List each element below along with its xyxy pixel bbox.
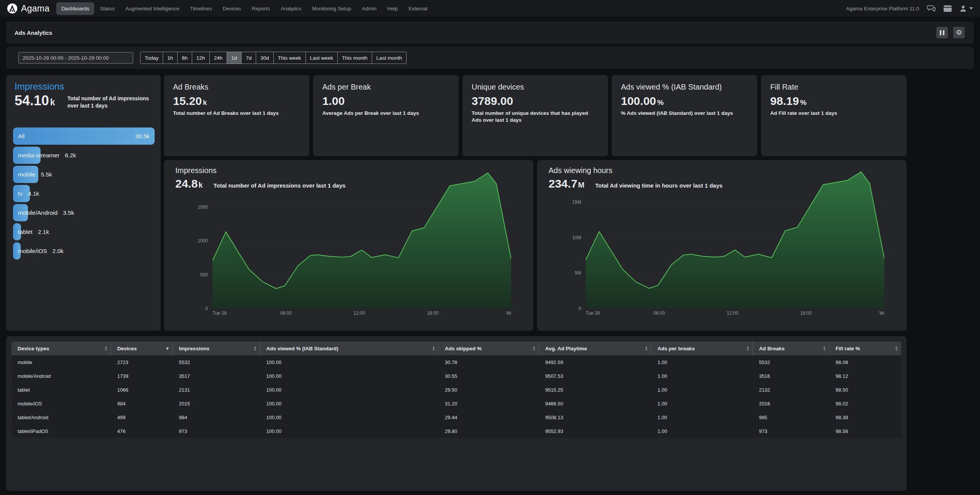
time-range-button-1d[interactable]: 1d (227, 52, 242, 64)
nav-item-timelines[interactable]: Timelines (185, 2, 217, 15)
time-range-button-6h[interactable]: 6h (178, 52, 192, 64)
nav-item-monitoring-setup[interactable]: Monitoring Setup (307, 2, 356, 15)
nav-item-dashboards[interactable]: Dashboards (56, 2, 94, 15)
time-range-button-last-month[interactable]: Last month (372, 52, 407, 64)
impressions-panel-unit: k (50, 97, 55, 108)
table-cell: 1.00 (651, 355, 753, 369)
time-range-button-30d[interactable]: 30d (256, 52, 274, 64)
time-range-button-last-week[interactable]: Last week (306, 52, 338, 64)
title-bar: Ads Analytics ⚙ (6, 21, 974, 44)
time-range-button-24h[interactable]: 24h (210, 52, 227, 64)
device-bar-media-streamer[interactable]: media-streamer6.2k (13, 147, 155, 164)
table-row-mobile-ios[interactable]: mobile/iOS9842015100.0031.209466.501.002… (11, 397, 901, 410)
sort-down-icon: ▾ (645, 348, 647, 351)
device-bar-mobile[interactable]: mobile5.5k (13, 166, 155, 183)
table-row-tablet-ipados[interactable]: tablet/iPadOS476973100.0029.809552.931.0… (11, 424, 901, 438)
chart-panel-impressions: Impressions24.8kTotal number of Ad impre… (164, 160, 533, 331)
x-axis-tick: Tue 28 (212, 310, 227, 316)
nav-right: Agama Enterprise Platform 11.0 (846, 5, 973, 12)
table-cell: 29.80 (439, 424, 539, 438)
table-cell: 98.56 (830, 424, 901, 438)
time-range-button-this-week[interactable]: This week (274, 52, 306, 64)
chat-icon[interactable] (927, 5, 936, 12)
page-title: Ads Analytics (15, 29, 52, 36)
sort-icon: ▴▾ (105, 346, 107, 351)
column-header-label: Ad Breaks (759, 346, 785, 351)
time-range-button-12h[interactable]: 12h (192, 52, 210, 64)
column-header-ads-per-breaks[interactable]: Ads per breaks▴▾ (651, 341, 753, 355)
nav-menu: DashboardsStatusAugmented IntelligenceTi… (56, 2, 432, 15)
time-range-button-this-month[interactable]: This month (338, 52, 372, 64)
settings-button[interactable]: ⚙ (953, 27, 965, 38)
pause-icon (940, 30, 944, 35)
table-cell: 29.44 (439, 410, 539, 424)
table-row-mobile-android[interactable]: mobile/Android17393517100.0030.559507.53… (11, 369, 901, 383)
nav-item-external[interactable]: External (403, 2, 433, 15)
brand-name: Agama (21, 3, 49, 14)
x-axis-tick: 18:00 (427, 310, 438, 316)
column-header-devices[interactable]: Devices▾ (111, 341, 173, 355)
table-row-tablet-android[interactable]: tablet/Android499984100.0029.449508.131.… (11, 410, 901, 424)
bar-text: media-streamer6.2k (18, 147, 76, 164)
column-header-label: Impressions (179, 346, 209, 351)
pause-button[interactable] (936, 27, 948, 38)
column-header-ad-breaks[interactable]: Ad Breaks▴▾ (753, 341, 830, 355)
nav-item-help[interactable]: Help (382, 2, 403, 15)
bar-value: 30.5k (135, 127, 150, 145)
table-cell: tablet/iPadOS (11, 424, 111, 438)
brand[interactable]: Agama (7, 3, 49, 14)
nav-item-status[interactable]: Status (95, 2, 119, 15)
sort-down-icon: ▾ (254, 348, 256, 351)
date-range-input[interactable] (18, 52, 133, 64)
nav-item-augmented-intelligence[interactable]: Augmented Intelligence (120, 2, 184, 15)
column-header-ads-viewed-iab-standard[interactable]: Ads viewed % (IAB Standard)▴▾ (260, 341, 439, 355)
table-row-mobile[interactable]: mobile27235532100.0030.789492.591.005532… (11, 355, 901, 369)
device-bar-tablet[interactable]: tablet2.1k (13, 223, 155, 240)
time-range-button-today[interactable]: Today (140, 52, 163, 64)
bar-label: tv (18, 190, 23, 197)
table-cell: 31.20 (439, 397, 539, 410)
sort-icon: ▴▾ (254, 346, 256, 351)
kpi-row: Ad Breaks15.20kTotal number of Ad Breaks… (164, 75, 906, 156)
chart-panel-ads-wiewing-hours: Ads wiewing hours234.7MTotal Ad viewing … (537, 160, 906, 331)
column-header-device-types[interactable]: Device types▴▾ (11, 341, 111, 355)
table-cell: 100.00 (260, 369, 439, 383)
time-range-button-1h[interactable]: 1h (163, 52, 178, 64)
device-bar-mobile-android[interactable]: mobile/Android3.5k (13, 204, 155, 221)
sort-icon: ▴▾ (433, 346, 434, 351)
nav-item-admin[interactable]: Admin (357, 2, 381, 15)
kpi-card-fill-rate: Fill Rate98.19%Ad Fill rate over last 1 … (761, 75, 906, 156)
nav-item-reports[interactable]: Reports (247, 2, 275, 15)
device-bar-all[interactable]: All30.5k (13, 127, 155, 145)
sort-desc-icon: ▾ (166, 346, 168, 351)
sort-down-icon: ▾ (823, 348, 825, 351)
table-cell: 973 (173, 424, 260, 438)
device-bar-mobile-ios[interactable]: mobile/iOS2.0k (13, 242, 155, 260)
kpi-description: Total number of unique devices that has … (472, 110, 599, 124)
column-header-label: Avg. Ad Playtime (545, 346, 587, 351)
kpi-description: Total number of Ad Breaks over last 1 da… (173, 110, 300, 117)
column-header-avg-ad-playtime[interactable]: Avg. Ad Playtime▴▾ (539, 341, 651, 355)
time-range-button-7d[interactable]: 7d (242, 52, 256, 64)
x-axis-tick: Tue 28 (586, 310, 600, 316)
bar-value: 3.5k (63, 209, 74, 216)
column-header-ads-skipped[interactable]: Ads skipped %▴▾ (439, 341, 539, 355)
card-icon[interactable] (944, 5, 952, 12)
column-header-impressions[interactable]: Impressions▴▾ (173, 341, 260, 355)
bar-label: All (18, 133, 24, 140)
device-bar-tv[interactable]: tv4.1k (13, 185, 155, 202)
sort-icon: ▴▾ (895, 346, 897, 351)
chart-description: Total number of Ad impressions over last… (214, 182, 346, 189)
bar-label: media-streamer (18, 152, 60, 159)
bar-label: tablet (18, 229, 33, 235)
table-cell: 973 (753, 424, 830, 438)
user-menu[interactable] (959, 5, 973, 12)
column-header-fill-rate[interactable]: Fill rate %▴▾ (830, 341, 901, 355)
table-cell: 30.55 (439, 369, 539, 383)
table-header-row: Device types▴▾Devices▾Impressions▴▾Ads v… (11, 341, 901, 355)
table-row-tablet[interactable]: tablet10662131100.0029.509515.251.002132… (11, 383, 901, 397)
chart-title: Ads wiewing hours (549, 166, 612, 175)
user-icon (959, 5, 967, 12)
nav-item-analytics[interactable]: Analytics (276, 2, 306, 15)
nav-item-devices[interactable]: Devices (218, 2, 246, 15)
